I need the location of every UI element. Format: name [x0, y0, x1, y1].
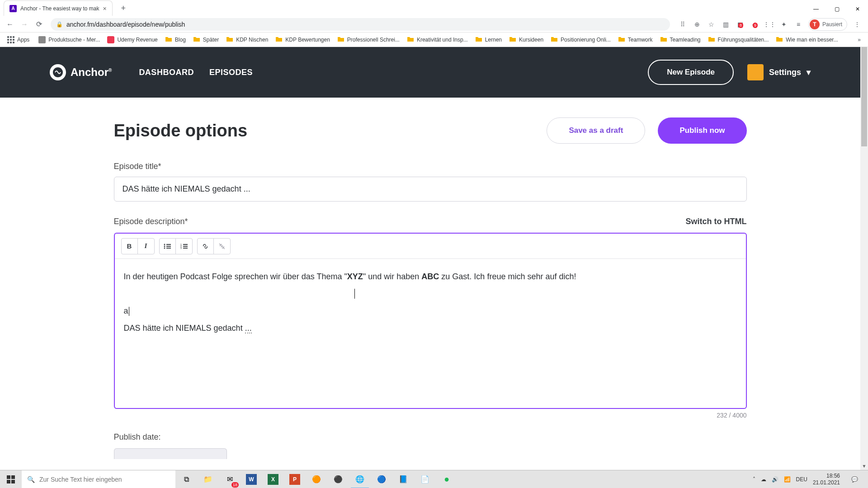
svg-rect-14	[11, 475, 15, 479]
bookmark-item[interactable]: Blog	[161, 34, 189, 45]
star-icon[interactable]: ☆	[707, 20, 716, 29]
window-minimize-button[interactable]: —	[806, 2, 826, 16]
extension-icon-4[interactable]: ⋮⋮	[765, 20, 774, 29]
nav-episodes[interactable]: EPISODES	[209, 68, 253, 77]
extension-icon-3[interactable]: ◆9	[750, 20, 760, 29]
taskbar-app-icon-1[interactable]: 🟠	[306, 470, 327, 488]
chevron-down-icon: ▾	[807, 67, 811, 77]
anchor-logo-icon	[50, 64, 66, 80]
url-text: anchor.fm/dashboard/episode/new/publish	[66, 21, 185, 28]
publish-date-label: Publish date:	[114, 432, 747, 442]
lock-icon: 🔒	[56, 21, 63, 28]
new-tab-button[interactable]: +	[117, 2, 130, 14]
description-editor: B I 123	[114, 233, 747, 409]
tray-notifications-icon[interactable]: 💬	[845, 470, 863, 488]
bookmark-folder-icon	[193, 36, 200, 43]
publish-date-field[interactable]	[114, 448, 227, 459]
apps-button[interactable]: Apps	[4, 34, 33, 45]
bookmark-item[interactable]: Teamwork	[614, 34, 656, 45]
svg-rect-10	[183, 246, 188, 247]
windows-logo-icon	[7, 475, 15, 483]
tray-chevron-icon[interactable]: ˄	[753, 476, 755, 483]
browser-titlebar: A Anchor - The easiest way to mak × + — …	[0, 0, 868, 16]
switch-to-html-button[interactable]: Switch to HTML	[686, 217, 747, 226]
window-maximize-button[interactable]: ▢	[826, 2, 847, 16]
save-draft-button[interactable]: Save as a draft	[547, 117, 645, 144]
taskbar-powerpoint-icon[interactable]: P	[284, 470, 306, 488]
bookmark-folder-icon	[776, 36, 783, 43]
zoom-icon[interactable]: ⊕	[693, 20, 702, 29]
bookmark-item[interactable]: Kreativität und Insp...	[403, 34, 472, 45]
editor-italic-button[interactable]: I	[138, 239, 154, 254]
nav-dashboard[interactable]: DASHBOARD	[139, 68, 194, 77]
bookmark-item[interactable]: Kursideen	[505, 34, 547, 45]
tray-clock[interactable]: 18:56 21.01.2021	[813, 473, 840, 486]
bookmark-folder-icon	[475, 36, 482, 43]
anchor-logo[interactable]: Anchor®	[50, 64, 112, 80]
episode-title-input[interactable]	[114, 177, 747, 202]
translate-icon[interactable]: ⠿	[678, 20, 687, 29]
reading-list-icon[interactable]: ≡	[794, 20, 803, 29]
bookmark-item[interactable]: KDP Bewertungen	[272, 34, 334, 45]
extensions-puzzle-icon[interactable]: ✦	[779, 20, 788, 29]
page-title: Episode options	[114, 121, 248, 141]
taskbar-obs-icon[interactable]: ⚫	[327, 470, 349, 488]
bookmarks-overflow-icon[interactable]: »	[854, 35, 864, 45]
bookmark-folder-icon	[551, 36, 558, 43]
editor-bullet-list-button[interactable]	[160, 239, 176, 254]
editor-bold-button[interactable]: B	[122, 239, 138, 254]
editor-content[interactable]: In der heutigen Podcast Folge sprechen w…	[115, 259, 746, 408]
bookmark-item[interactable]: Teamleading	[656, 34, 704, 45]
taskbar-excel-icon[interactable]: X	[262, 470, 284, 488]
browser-menu-icon[interactable]: ⋮	[853, 20, 862, 29]
caret-icon	[129, 307, 129, 316]
taskbar-explorer-icon[interactable]: 📁	[197, 470, 219, 488]
reload-button[interactable]: ⟳	[33, 18, 45, 31]
bookmark-item[interactable]: Positionierung Onli...	[547, 34, 614, 45]
tray-network-icon[interactable]: 📶	[784, 476, 791, 483]
settings-dropdown[interactable]: Settings ▾	[747, 64, 811, 80]
bookmark-item[interactable]: Wie man ein besser...	[772, 34, 841, 45]
editor-unlink-button[interactable]	[214, 239, 230, 254]
bookmark-item[interactable]: KDP Nischen	[222, 34, 272, 45]
extension-icon-1[interactable]: ▥	[722, 20, 731, 29]
apps-icon	[7, 36, 14, 43]
new-episode-button[interactable]: New Episode	[648, 60, 734, 85]
extension-icon-2[interactable]: ◧8	[736, 20, 745, 29]
editor-numbered-list-button[interactable]: 123	[176, 239, 192, 254]
browser-tab[interactable]: A Anchor - The easiest way to mak ×	[4, 0, 113, 16]
bookmark-item[interactable]: Später	[189, 34, 222, 45]
svg-point-3	[164, 245, 165, 247]
tray-language[interactable]: DEU	[796, 476, 807, 483]
tab-close-icon[interactable]: ×	[103, 5, 107, 12]
editor-link-button[interactable]	[198, 239, 214, 254]
publish-now-button[interactable]: Publish now	[658, 117, 746, 144]
address-bar[interactable]: 🔒 anchor.fm/dashboard/episode/new/publis…	[51, 18, 670, 31]
profile-chip[interactable]: T Pausiert	[808, 18, 847, 31]
taskbar-spotify-icon[interactable]: ●	[436, 470, 458, 488]
bookmark-folder-icon	[38, 36, 46, 43]
tray-volume-icon[interactable]: 🔊	[772, 476, 778, 483]
window-close-button[interactable]: ✕	[847, 2, 868, 16]
scrollbar-thumb[interactable]	[861, 47, 867, 146]
tray-onedrive-icon[interactable]: ☁	[761, 476, 766, 483]
bookmark-item[interactable]: Lernen	[472, 34, 505, 45]
back-button[interactable]: ←	[4, 18, 16, 31]
scrollbar[interactable]: ▲ ▼	[860, 47, 868, 470]
svg-point-1	[164, 244, 165, 245]
taskbar-search[interactable]: 🔍 Zur Suche Text hier eingeben	[22, 470, 175, 488]
scroll-down-icon[interactable]: ▼	[860, 462, 868, 470]
bookmark-item[interactable]: Führungsqualitäten...	[704, 34, 773, 45]
taskbar-mail-icon[interactable]: ✉18	[219, 470, 241, 488]
bookmark-item[interactable]: Produktsuche - Mer...	[35, 34, 104, 45]
task-view-button[interactable]: ⧉	[175, 470, 197, 488]
bookmark-item[interactable]: Professionell Schrei...	[334, 34, 403, 45]
taskbar-app-icon-2[interactable]: 📘	[392, 470, 414, 488]
start-button[interactable]	[0, 470, 22, 488]
forward-button[interactable]: →	[18, 18, 31, 31]
taskbar-word-icon[interactable]: W	[241, 470, 262, 488]
bookmark-item[interactable]: Udemy Revenue	[104, 34, 161, 45]
taskbar-edge-icon[interactable]: 🔵	[371, 470, 392, 488]
taskbar-notepad-icon[interactable]: 📄	[414, 470, 436, 488]
taskbar-chrome-icon[interactable]: 🌐	[349, 470, 371, 488]
